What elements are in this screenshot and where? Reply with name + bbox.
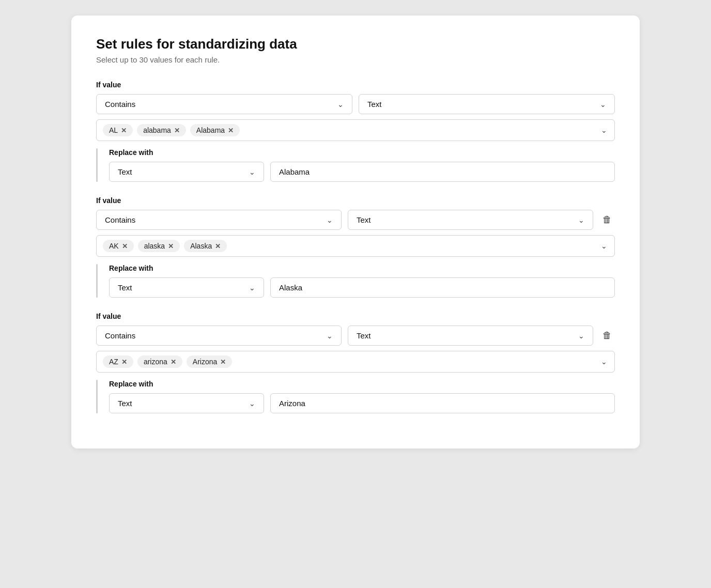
replace-section-2: Replace with Text ⌄ [96,264,615,298]
tag-AK: AK ✕ [103,240,134,252]
replace-with-label-3: Replace with [109,380,615,388]
replace-value-input-2[interactable] [270,277,615,298]
replace-content-3: Replace with Text ⌄ [109,380,615,413]
replace-content-2: Replace with Text ⌄ [109,264,615,298]
condition-select-1-chevron: ⌄ [337,100,344,109]
tags-row-3-chevron[interactable]: ⌄ [601,358,607,366]
replace-row-3: Text ⌄ [109,393,615,413]
type-select-2[interactable]: Text ⌄ [348,210,593,230]
replace-row-1: Text ⌄ [109,162,615,182]
tag-AK-text: AK [109,242,119,250]
condition-select-3-chevron: ⌄ [327,332,333,340]
delete-rule-3-button[interactable]: 🗑 [599,327,615,344]
if-value-label-2: If value [96,196,615,205]
tag-Alaska-text: Alaska [190,242,212,250]
replace-with-label-2: Replace with [109,264,615,272]
tag-Alabama: Alabama ✕ [190,124,240,136]
replace-section-1: Replace with Text ⌄ [96,148,615,182]
tag-alabama-text: alabama [143,126,171,134]
condition-row-3: Contains ⌄ Text ⌄ 🗑 [96,326,615,346]
if-value-label-3: If value [96,312,615,320]
replace-section-3: Replace with Text ⌄ [96,380,615,413]
condition-select-3[interactable]: Contains ⌄ [96,326,342,346]
tag-arizona: arizona ✕ [137,355,182,368]
tag-AZ-remove[interactable]: ✕ [121,358,127,366]
condition-select-2-chevron: ⌄ [327,216,333,224]
tag-alaska-text: alaska [144,242,165,250]
tag-alaska-remove[interactable]: ✕ [168,242,174,250]
tag-AK-remove[interactable]: ✕ [122,242,128,250]
tag-AL-text: AL [109,126,118,134]
tags-row-1: AL ✕ alabama ✕ Alabama ✕ ⌄ [96,119,615,141]
replace-type-select-1[interactable]: Text ⌄ [109,162,264,182]
replace-content-1: Replace with Text ⌄ [109,148,615,182]
condition-select-2[interactable]: Contains ⌄ [96,210,342,230]
replace-type-select-2-value: Text [118,283,132,292]
tag-AZ-text: AZ [109,358,118,366]
delete-rule-2-button[interactable]: 🗑 [599,211,615,228]
condition-select-1[interactable]: Contains ⌄ [96,94,352,114]
replace-value-input-3[interactable] [270,393,615,413]
replace-value-input-1[interactable] [270,162,615,182]
type-select-2-chevron: ⌄ [578,216,584,224]
replace-type-select-3-chevron: ⌄ [249,399,255,408]
condition-select-1-value: Contains [105,100,135,109]
type-select-2-value: Text [357,215,371,224]
replace-type-select-2[interactable]: Text ⌄ [109,277,264,298]
type-select-1[interactable]: Text ⌄ [359,94,615,114]
tag-arizona-text: arizona [144,358,167,366]
page-subtitle: Select up to 30 values for each rule. [96,55,615,64]
condition-select-2-value: Contains [105,215,135,224]
tag-arizona-remove[interactable]: ✕ [171,358,176,366]
replace-type-select-3-value: Text [118,399,132,408]
tag-alaska: alaska ✕ [138,240,180,252]
type-select-1-value: Text [367,100,382,109]
condition-row-1: Contains ⌄ Text ⌄ [96,94,615,114]
replace-with-label-1: Replace with [109,148,615,157]
tag-alabama-remove[interactable]: ✕ [174,127,180,134]
rule-block-alabama: If value Contains ⌄ Text ⌄ AL ✕ alabama … [96,81,615,182]
rule-block-arizona: If value Contains ⌄ Text ⌄ 🗑 AZ ✕ arizon… [96,312,615,413]
tag-Alaska: Alaska ✕ [184,240,227,252]
tag-Alabama-remove[interactable]: ✕ [228,127,234,134]
condition-row-2: Contains ⌄ Text ⌄ 🗑 [96,210,615,230]
type-select-1-chevron: ⌄ [600,100,606,109]
replace-row-2: Text ⌄ [109,277,615,298]
rule-block-alaska: If value Contains ⌄ Text ⌄ 🗑 AK ✕ alaska… [96,196,615,298]
tag-AL-remove[interactable]: ✕ [121,127,127,134]
tag-Arizona-text: Arizona [193,358,217,366]
type-select-3[interactable]: Text ⌄ [348,326,593,346]
replace-left-bar-3 [96,380,98,413]
type-select-3-value: Text [357,331,371,340]
replace-left-bar-1 [96,148,98,182]
tags-row-2-chevron[interactable]: ⌄ [601,242,607,250]
replace-left-bar-2 [96,264,98,298]
replace-type-select-1-chevron: ⌄ [249,168,255,176]
tag-Arizona-remove[interactable]: ✕ [220,358,226,366]
tag-Arizona: Arizona ✕ [187,355,232,368]
condition-select-3-value: Contains [105,331,135,340]
tag-alabama: alabama ✕ [137,124,186,136]
tag-AZ: AZ ✕ [103,355,133,368]
page-title: Set rules for standardizing data [96,36,615,52]
tag-AL: AL ✕ [103,124,133,136]
tags-row-2: AK ✕ alaska ✕ Alaska ✕ ⌄ [96,235,615,257]
replace-type-select-2-chevron: ⌄ [249,284,255,292]
tag-Alabama-text: Alabama [196,126,225,134]
main-card: Set rules for standardizing data Select … [71,16,640,448]
tag-Alaska-remove[interactable]: ✕ [215,242,221,250]
tags-row-3: AZ ✕ arizona ✕ Arizona ✕ ⌄ [96,351,615,373]
if-value-label-1: If value [96,81,615,89]
replace-type-select-1-value: Text [118,167,132,176]
replace-type-select-3[interactable]: Text ⌄ [109,393,264,413]
type-select-3-chevron: ⌄ [578,332,584,340]
tags-row-1-chevron[interactable]: ⌄ [601,126,607,134]
